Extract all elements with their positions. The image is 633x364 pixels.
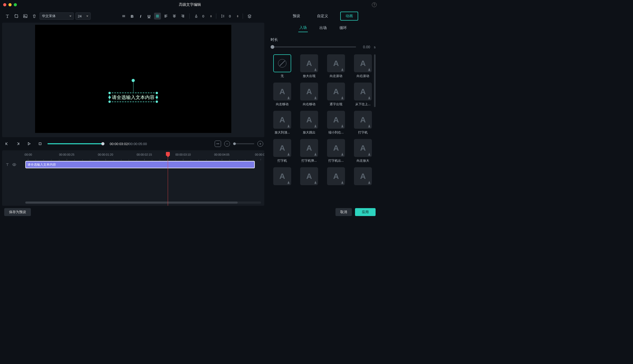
layers-icon[interactable]	[246, 13, 253, 20]
timeline-ruler[interactable]: :00:0000:00:00:2500:00:01:2000:00:02:150…	[25, 152, 264, 160]
preset-item[interactable]: A	[351, 167, 375, 187]
preset-thumb[interactable]: A	[300, 111, 318, 129]
fit-screen-icon[interactable]	[215, 141, 221, 147]
preset-thumb[interactable]: A	[327, 111, 345, 129]
text-color-button[interactable]	[193, 13, 200, 20]
preset-thumb[interactable]: A	[354, 167, 372, 185]
preset-thumb[interactable]: A	[273, 139, 291, 157]
preset-item[interactable]: A逐字出现	[324, 83, 348, 107]
preset-thumb[interactable]: A	[327, 54, 345, 72]
preview-canvas[interactable]: 请全选输入文本内容	[35, 25, 231, 133]
save-preset-button[interactable]: 保存为预设	[4, 208, 31, 216]
stop-button[interactable]	[36, 140, 44, 147]
font-select[interactable]: 华文宋体	[40, 12, 74, 20]
preset-glyph: A	[360, 143, 366, 152]
preset-item[interactable]: A打字机	[271, 139, 294, 163]
preset-item[interactable]: A放大跳出	[298, 111, 321, 135]
preset-item[interactable]: A放大出现	[298, 54, 321, 78]
preset-thumb[interactable]: A	[300, 83, 318, 100]
duration-control: 时长 0.00 s	[271, 37, 376, 49]
bold-button[interactable]: B	[129, 13, 136, 20]
preset-thumb[interactable]: A	[354, 111, 372, 129]
line-height-icon[interactable]	[219, 13, 226, 20]
preset-item[interactable]: A打字机出...	[324, 139, 348, 163]
preset-item[interactable]: A	[271, 167, 294, 187]
zoom-in-icon[interactable]: +	[257, 141, 263, 147]
underline-button[interactable]: U	[146, 13, 152, 20]
preset-thumb[interactable]: A	[300, 167, 318, 185]
preset-thumb[interactable]: A	[273, 167, 291, 185]
delete-tool-icon[interactable]	[31, 12, 38, 20]
text-tool-icon[interactable]	[4, 12, 11, 20]
preset-thumb[interactable]: A	[300, 54, 318, 72]
preset-thumb[interactable]: A	[300, 139, 318, 157]
preset-thumb[interactable]: A	[273, 83, 291, 100]
align-justify-button[interactable]	[154, 13, 161, 20]
preset-item[interactable]: A向左滚动	[324, 54, 348, 78]
play-button[interactable]	[25, 140, 33, 147]
preset-item[interactable]: A向左放大	[351, 139, 375, 163]
svg-rect-3	[39, 143, 41, 145]
preset-thumb[interactable]: A	[327, 83, 345, 100]
letter-spacing-stepper[interactable]: 0	[201, 13, 213, 20]
subtab-loop[interactable]: 循环	[338, 24, 348, 32]
preset-item[interactable]: A向左移动	[271, 83, 294, 107]
preset-thumb[interactable]: A	[327, 139, 345, 157]
tab-custom[interactable]: 自定义	[312, 12, 333, 20]
resize-handle-tl[interactable]	[108, 92, 111, 94]
preset-item[interactable]: A放大到顶...	[271, 111, 294, 135]
preset-thumb[interactable]	[273, 54, 291, 72]
tab-preset[interactable]: 预设	[288, 12, 305, 20]
tab-animation[interactable]: 动画	[340, 12, 358, 21]
align-left-button[interactable]	[162, 13, 169, 20]
align-right-button[interactable]	[179, 13, 186, 20]
zoom-slider[interactable]	[233, 143, 254, 144]
preset-item[interactable]: A向右滚动	[351, 54, 375, 78]
resize-handle-ml[interactable]	[108, 96, 111, 98]
font-size-select[interactable]: 24	[75, 12, 91, 20]
visibility-icon[interactable]	[12, 162, 16, 167]
scrollbar[interactable]	[374, 54, 376, 107]
resize-handle-br[interactable]	[156, 100, 158, 103]
preset-thumb[interactable]: A	[354, 54, 372, 72]
preset-item[interactable]: 无	[271, 54, 294, 78]
timeline-scrollbar[interactable]	[25, 202, 261, 204]
preset-item[interactable]: A	[298, 167, 321, 187]
italic-button[interactable]: I	[137, 13, 144, 20]
rotation-handle[interactable]	[132, 79, 135, 82]
timecode: 00:00:03:02/00:00:05:00	[110, 142, 147, 146]
clear-format-icon[interactable]	[120, 13, 127, 20]
preset-item[interactable]: A	[324, 167, 348, 187]
preset-item[interactable]: A向右移动	[298, 83, 321, 107]
preset-thumb[interactable]: A	[354, 83, 372, 100]
timeline-clip[interactable]: 请全选输入文本内容	[25, 161, 255, 168]
crop-tool-icon[interactable]	[13, 12, 20, 20]
preset-thumb[interactable]: A	[273, 111, 291, 129]
text-content[interactable]: 请全选输入文本内容	[112, 94, 155, 100]
resize-handle-bl[interactable]	[108, 100, 111, 103]
resize-handle-mr[interactable]	[156, 96, 158, 98]
line-height-stepper[interactable]: 0	[228, 13, 239, 20]
apply-button[interactable]: 应用	[355, 208, 376, 216]
zoom-out-icon[interactable]: −	[224, 141, 230, 147]
preset-item[interactable]: A打字机弹...	[298, 139, 321, 163]
preset-thumb[interactable]: A	[327, 167, 345, 185]
align-center-button[interactable]	[171, 13, 178, 20]
next-frame-button[interactable]	[14, 140, 22, 147]
subtab-out[interactable]: 出场	[318, 24, 328, 32]
text-box[interactable]: 请全选输入文本内容	[109, 93, 157, 102]
playhead[interactable]	[168, 152, 168, 206]
preset-item[interactable]: A从下往上...	[351, 83, 375, 107]
image-tool-icon[interactable]	[22, 12, 29, 20]
duration-slider[interactable]	[271, 46, 356, 47]
preset-thumb[interactable]: A	[354, 139, 372, 157]
cancel-button[interactable]: 取消	[335, 208, 352, 216]
preset-item[interactable]: A打字机	[351, 111, 375, 135]
text-track-icon[interactable]	[5, 162, 9, 167]
resize-handle-tr[interactable]	[156, 92, 158, 94]
prev-frame-button[interactable]	[3, 140, 11, 147]
rotation-line	[133, 80, 133, 92]
progress-slider[interactable]	[47, 143, 103, 144]
subtab-in[interactable]: 入场	[298, 24, 308, 32]
preset-item[interactable]: A缩小到右...	[324, 111, 348, 135]
